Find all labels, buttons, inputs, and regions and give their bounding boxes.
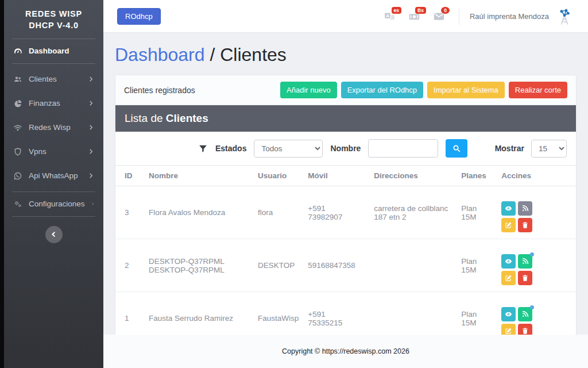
shield-icon	[13, 147, 22, 156]
sidebar-item-api-whatsapp[interactable]: Api WhatsApp	[4, 164, 103, 188]
edit-icon	[505, 274, 512, 282]
svg-text:A: A	[386, 13, 389, 18]
cell-planes: Plan 15M	[457, 186, 497, 239]
filter-row: Estados Todos Nombre Mostrar	[115, 132, 576, 165]
nombre-search-input[interactable]	[368, 139, 438, 158]
chevron-left-icon	[50, 231, 57, 238]
list-title-prefix: Lista de	[125, 112, 166, 124]
cell-usuario: FaustaWisp	[253, 292, 303, 335]
user-name[interactable]: Raúl imprenta Mendoza	[470, 12, 549, 21]
rodhcp-button[interactable]: ROdhcp	[117, 8, 161, 25]
edit-icon	[505, 327, 512, 335]
cell-usuario: DESKTOP	[253, 239, 303, 292]
rss-button[interactable]	[518, 254, 532, 269]
divider	[459, 7, 459, 25]
table-row: 3 Flora Avalos Mendoza flora +591 739829…	[115, 186, 576, 239]
sidebar-collapse-button[interactable]	[45, 226, 63, 243]
sidebar-item-vpns[interactable]: Vpns	[4, 140, 103, 164]
trash-icon	[521, 274, 529, 282]
page-title: Clientes	[220, 44, 287, 65]
main-content: Dashboard / Clientes Clientes registrado…	[103, 33, 588, 335]
mostrar-select[interactable]: 15	[531, 140, 567, 158]
col-header-usuario: Usuario	[253, 166, 303, 186]
col-header-movil: Móvil	[303, 166, 369, 186]
wifi-icon	[13, 123, 22, 132]
trash-icon	[521, 327, 529, 335]
messages-menu[interactable]: 0	[433, 10, 445, 22]
search-button[interactable]	[446, 139, 467, 158]
col-header-id: ID	[115, 166, 144, 186]
rss-icon	[521, 205, 529, 212]
language-menu[interactable]: A es	[384, 10, 396, 22]
breadcrumb-dashboard-link[interactable]: Dashboard	[115, 44, 205, 65]
topbar: ROdhcp A es Bs	[103, 0, 588, 33]
cut-service-button[interactable]: Realizar corte	[509, 82, 567, 98]
delete-client-button[interactable]	[518, 271, 532, 285]
view-client-button[interactable]	[501, 254, 516, 269]
view-client-button[interactable]	[501, 307, 516, 321]
nombre-label: Nombre	[330, 144, 361, 153]
whatsapp-icon	[13, 171, 22, 181]
rss-button[interactable]	[518, 307, 532, 321]
sidebar-item-label: Configuraciones	[29, 200, 85, 208]
chevron-right-icon	[88, 148, 94, 155]
sidebar-item-finanzas[interactable]: Finanzas	[4, 91, 103, 116]
currency-menu[interactable]: Bs	[408, 10, 420, 22]
col-header-accines: Accines	[497, 166, 576, 186]
rss-button[interactable]	[518, 201, 532, 216]
users-icon	[13, 75, 22, 84]
eye-icon	[505, 258, 512, 265]
cell-nombre: Fausta Serrudo Ramirez	[144, 292, 253, 335]
import-system-button[interactable]: Importar al Sistema	[427, 82, 505, 98]
table-row: 2 DESKTOP-Q37RPML DESKTOP-Q37RPML DESKTO…	[115, 239, 576, 292]
cell-planes: Plan 15M	[457, 292, 497, 335]
list-title-bold: Clientes	[166, 112, 208, 124]
card-header: Clientes registrados Añadir nuevo Export…	[115, 75, 576, 105]
sidebar-item-redes-wisp[interactable]: Redes Wisp	[4, 116, 103, 140]
delete-client-button[interactable]	[518, 218, 532, 232]
currency-badge: Bs	[415, 7, 426, 14]
pie-chart-icon	[13, 99, 22, 108]
mostrar-label: Mostrar	[495, 144, 524, 153]
sidebar-item-label: Clientes	[29, 75, 57, 83]
cell-id: 2	[115, 239, 144, 292]
sidebar-item-configuraciones[interactable]: Configuraciones	[4, 192, 103, 216]
col-header-nombre: Nombre	[144, 166, 253, 186]
gauge-icon	[13, 47, 22, 56]
eye-icon	[505, 205, 512, 212]
cell-usuario: flora	[253, 186, 303, 239]
add-new-button[interactable]: Añadir nuevo	[280, 82, 337, 98]
chevron-right-icon	[88, 124, 94, 131]
cell-movil: 59168847358	[303, 239, 369, 292]
cell-movil: +591 73982907	[303, 186, 369, 239]
messages-badge: 0	[441, 7, 450, 14]
app-window: REDES WISP DHCP V-4.0 Dashboard Clientes	[0, 0, 588, 368]
antenna-avatar-icon[interactable]	[555, 6, 574, 26]
sidebar-item-clientes[interactable]: Clientes	[4, 67, 103, 91]
clients-card: Clientes registrados Añadir nuevo Export…	[115, 75, 577, 335]
delete-client-button[interactable]	[518, 324, 532, 335]
edit-client-button[interactable]	[501, 271, 516, 285]
cell-id: 3	[115, 186, 144, 239]
edit-client-button[interactable]	[501, 218, 516, 232]
chevron-right-icon	[88, 100, 94, 106]
divider	[12, 216, 95, 217]
cell-direcciones: carretera de collblanc 187 etn 2	[369, 186, 457, 239]
eye-icon	[505, 310, 512, 318]
sidebar-item-dashboard[interactable]: Dashboard	[4, 39, 103, 63]
export-rodhcp-button[interactable]: Exportar del ROdhcp	[341, 82, 423, 98]
sidebar: REDES WISP DHCP V-4.0 Dashboard Clientes	[0, 0, 103, 368]
edit-icon	[505, 221, 512, 229]
search-icon	[452, 144, 461, 153]
edit-client-button[interactable]	[501, 324, 516, 335]
rss-icon	[521, 310, 529, 318]
gears-icon	[13, 200, 22, 209]
estados-select[interactable]: Todos	[254, 140, 323, 158]
clients-table: ID Nombre Usuario Móvil Direcciones Plan…	[115, 165, 576, 335]
table-header-row: ID Nombre Usuario Móvil Direcciones Plan…	[115, 166, 576, 186]
cell-direcciones	[369, 239, 457, 292]
view-client-button[interactable]	[501, 201, 516, 216]
list-title-bar: Lista de Clientes	[115, 105, 576, 132]
cell-direcciones	[369, 292, 457, 335]
chevron-right-icon	[91, 201, 94, 207]
